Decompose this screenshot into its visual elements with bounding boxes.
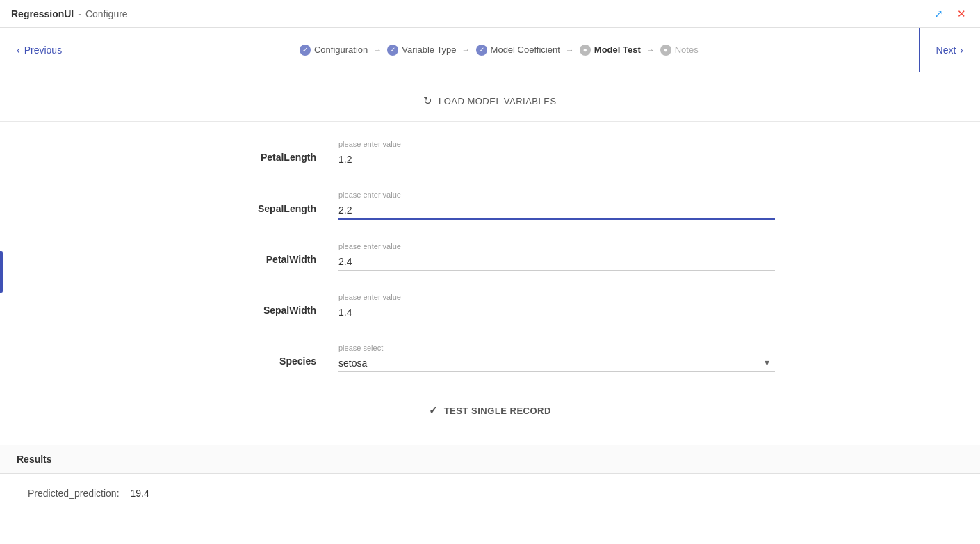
step-label-variable-type: Variable Type xyxy=(402,45,456,55)
step-check-configuration: ✓ xyxy=(300,45,311,56)
load-model-variables-button[interactable]: ↻ LOAD MODEL VARIABLES xyxy=(423,95,556,107)
select-species[interactable]: setosa versicolor virginica xyxy=(338,355,775,372)
prev-arrow-icon: ‹ xyxy=(17,45,20,56)
field-row-sepal-width: SepalWidth please enter value xyxy=(205,282,775,333)
step-configuration: ✓ Configuration xyxy=(300,45,368,56)
input-petal-width[interactable] xyxy=(338,253,775,271)
expand-button[interactable]: ⤢ xyxy=(931,5,946,23)
results-section: Results Predicted_prediction: 19.4 xyxy=(0,445,980,513)
results-label-0: Predicted_prediction: xyxy=(28,488,120,499)
reload-icon: ↻ xyxy=(423,95,433,107)
title-subtitle: Configure xyxy=(85,8,128,19)
nav-bar: ‹ Previous ✓ Configuration → ✓ Variable … xyxy=(0,28,980,72)
placeholder-sepal-width: please enter value xyxy=(338,293,775,301)
input-petal-length[interactable] xyxy=(338,151,775,168)
results-row-0: Predicted_prediction: 19.4 xyxy=(0,474,980,513)
arrow-4: → xyxy=(646,45,655,55)
input-sepal-width[interactable] xyxy=(338,304,775,321)
test-single-record-button[interactable]: ✓ TEST SINGLE RECORD xyxy=(429,404,551,417)
arrow-3: → xyxy=(566,45,574,55)
input-container-petal-length: please enter value xyxy=(338,140,775,168)
step-label-model-coefficient: Model Coefficient xyxy=(491,45,560,55)
step-label-model-test: Model Test xyxy=(594,45,641,55)
arrow-1: → xyxy=(373,45,382,55)
placeholder-sepal-length: please enter value xyxy=(338,191,775,199)
next-label: Next xyxy=(936,45,956,56)
placeholder-species: please select xyxy=(338,344,775,352)
next-arrow-icon: › xyxy=(960,45,963,56)
previous-button[interactable]: ‹ Previous xyxy=(0,28,79,72)
load-btn-container: ↻ LOAD MODEL VARIABLES xyxy=(0,86,980,122)
test-btn-container: ✓ TEST SINGLE RECORD xyxy=(205,383,775,431)
close-button[interactable]: ✕ xyxy=(954,5,969,23)
step-check-variable-type: ✓ xyxy=(387,45,398,56)
test-btn-label: TEST SINGLE RECORD xyxy=(444,406,551,416)
field-row-sepal-length: SepalLength please enter value xyxy=(205,179,775,231)
step-check-model-test: ● xyxy=(580,45,591,56)
step-notes: ● Notes xyxy=(660,45,699,56)
results-value-0: 19.4 xyxy=(131,488,149,499)
placeholder-petal-length: please enter value xyxy=(338,140,775,148)
field-row-petal-width: PetalWidth please enter value xyxy=(205,231,775,282)
results-header: Results xyxy=(0,445,980,474)
step-check-model-coefficient: ✓ xyxy=(476,45,487,56)
step-model-test: ● Model Test xyxy=(580,45,641,56)
label-species: Species xyxy=(205,355,316,372)
field-row-petal-length: PetalLength please enter value xyxy=(205,129,775,179)
step-check-notes: ● xyxy=(660,45,671,56)
steps-navigation: ✓ Configuration → ✓ Variable Type → ✓ Mo… xyxy=(79,45,918,56)
input-container-sepal-length: please enter value xyxy=(338,191,775,220)
field-row-species: Species please select setosa versicolor … xyxy=(205,333,775,383)
load-btn-label: LOAD MODEL VARIABLES xyxy=(439,96,557,106)
label-petal-width: PetalWidth xyxy=(205,254,316,271)
label-petal-length: PetalLength xyxy=(205,152,316,168)
label-sepal-length: SepalLength xyxy=(205,203,316,220)
left-accent-bar xyxy=(0,251,3,293)
title-bar: RegressionUI - Configure ⤢ ✕ xyxy=(0,0,980,28)
title-bar-left: RegressionUI - Configure xyxy=(11,8,128,19)
input-sepal-length[interactable] xyxy=(338,202,775,220)
step-model-coefficient: ✓ Model Coefficient xyxy=(476,45,560,56)
title-separator: - xyxy=(78,8,81,19)
label-sepal-width: SepalWidth xyxy=(205,305,316,321)
next-button[interactable]: Next › xyxy=(919,28,980,72)
input-container-petal-width: please enter value xyxy=(338,242,775,271)
checkmark-icon: ✓ xyxy=(429,404,439,417)
input-container-sepal-width: please enter value xyxy=(338,293,775,321)
results-title: Results xyxy=(17,454,52,465)
input-container-species: please select setosa versicolor virginic… xyxy=(338,344,775,372)
arrow-2: → xyxy=(462,45,471,55)
form-container: PetalLength please enter value SepalLeng… xyxy=(177,122,803,438)
app-name: RegressionUI xyxy=(11,8,74,19)
prev-label: Previous xyxy=(24,45,62,56)
placeholder-petal-width: please enter value xyxy=(338,242,775,250)
step-variable-type: ✓ Variable Type xyxy=(387,45,456,56)
content-area: ↻ LOAD MODEL VARIABLES PetalLength pleas… xyxy=(0,72,980,527)
title-bar-right: ⤢ ✕ xyxy=(931,5,969,23)
select-wrapper-species: setosa versicolor virginica xyxy=(338,355,775,372)
step-label-configuration: Configuration xyxy=(314,45,368,55)
step-label-notes: Notes xyxy=(675,45,699,55)
